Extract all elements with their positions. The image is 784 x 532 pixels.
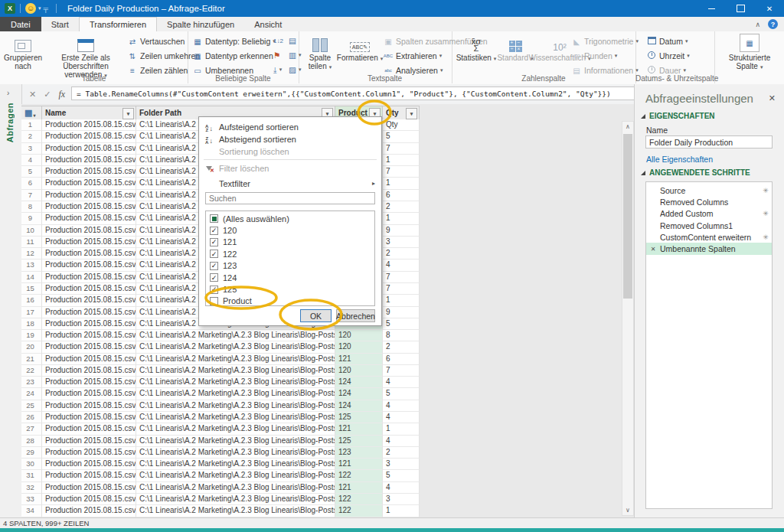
cell-qty[interactable]: 4 [383, 412, 420, 423]
row-number-cell[interactable]: 10 [21, 225, 42, 237]
properties-section-header[interactable]: EIGENSCHAFTEN [641, 112, 715, 120]
cancel-button[interactable]: Abbrechen [336, 309, 375, 322]
cell-qty[interactable]: 8 [383, 330, 420, 341]
cell-qty[interactable]: 1 [383, 178, 420, 189]
cell-name[interactable]: Production 2015.08.15.csv [42, 400, 136, 412]
applied-step-item[interactable]: ✕Removed Columns1 [646, 220, 772, 231]
formatieren-button[interactable]: ABC✎ Formatieren▾ [340, 34, 380, 63]
cell-name[interactable]: Production 2015.08.15.csv [42, 248, 136, 259]
row-number-cell[interactable]: 29 [21, 447, 42, 459]
cell-qty[interactable]: 7 [383, 365, 420, 377]
cell-qty[interactable]: 4 [383, 482, 420, 494]
gruppieren-nach-button[interactable]: Gruppieren nach [2, 34, 44, 70]
mini-tool-button-2[interactable]: ▤ [289, 34, 296, 47]
cell-name[interactable]: Production 2015.08.15.csv [42, 272, 136, 283]
row-number-cell[interactable]: 9 [21, 213, 42, 224]
cell-name[interactable]: Production 2015.08.15.csv [42, 237, 136, 248]
row-number-cell[interactable]: 6 [21, 178, 42, 189]
sort-ascending-item[interactable]: AZ↓ Aufsteigend sortieren [199, 121, 381, 132]
cell-folder-path[interactable]: C:\1 Linearis\A.2 Marketing\A.2.3 Blog L… [136, 354, 335, 365]
cell-name[interactable]: Production 2015.08.15.csv [42, 388, 136, 400]
row-number-cell[interactable]: 7 [21, 190, 42, 201]
cell-product[interactable]: 120 [335, 365, 383, 377]
datentyp-erkennen-button[interactable]: ▦Datentyp erkennen [192, 50, 273, 62]
cell-qty[interactable]: 6 [383, 354, 420, 365]
cell-product[interactable]: 122 [335, 494, 383, 505]
cell-name[interactable]: Production 2015.08.15.csv [42, 459, 136, 470]
cell-product[interactable]: 120 [335, 341, 383, 353]
sort-descending-item[interactable]: ZA↓ Absteigend sortieren [199, 133, 381, 145]
cell-name[interactable]: Production 2015.08.15.csv [42, 354, 136, 365]
checkbox-icon[interactable]: ✓ [210, 262, 218, 270]
cell-name[interactable]: Production 2015.08.15.csv [42, 166, 136, 178]
cell-qty[interactable]: 3 [383, 237, 420, 248]
filter-checkbox-item[interactable]: ✓121 [206, 237, 374, 248]
filter-checkbox-item[interactable]: ✓122 [206, 248, 374, 259]
row-number-cell[interactable]: 12 [21, 248, 42, 259]
cell-qty[interactable]: 6 [383, 190, 420, 201]
name-filter-arrow[interactable]: ▾ [122, 108, 134, 119]
settings-close-icon[interactable]: ✕ [769, 93, 776, 103]
cell-folder-path[interactable]: C:\1 Linearis\A.2 Marketing\A.2.3 Blog L… [136, 436, 335, 447]
cell-qty[interactable]: 3 [383, 459, 420, 470]
row-number-cell[interactable]: 17 [21, 307, 42, 318]
text-filters-item[interactable]: Textfilter ▸ [199, 178, 381, 189]
checkbox-icon[interactable]: ✓ [210, 227, 218, 235]
cell-folder-path[interactable]: C:\1 Linearis\A.2 Marketing\A.2.3 Blog L… [136, 330, 335, 341]
cell-name[interactable]: Production 2015.08.15.csv [42, 436, 136, 447]
cell-qty[interactable]: 9 [383, 225, 420, 237]
applied-step-item[interactable]: ✕Removed Columns [646, 196, 772, 207]
row-number-cell[interactable]: 13 [21, 259, 42, 271]
cell-folder-path[interactable]: C:\1 Linearis\A.2 Marketing\A.2.3 Blog L… [136, 494, 335, 505]
cell-name[interactable]: Production 2015.08.15.csv [42, 341, 136, 353]
cell-qty[interactable]: 2 [383, 341, 420, 353]
cell-name[interactable]: Production 2015.08.15.csv [42, 131, 136, 142]
cell-qty[interactable]: 4 [383, 377, 420, 388]
applied-step-item[interactable]: ✕Umbenannte Spalten [646, 243, 772, 254]
mini-tool-button-3[interactable]: ⚑ [273, 49, 280, 61]
row-number-cell[interactable]: 2 [21, 131, 42, 142]
cell-folder-path[interactable]: C:\1 Linearis\A.2 Marketing\A.2.3 Blog L… [136, 423, 335, 435]
cell-folder-path[interactable]: C:\1 Linearis\A.2 Marketing\A.2.3 Blog L… [136, 400, 335, 412]
filter-checkbox-item[interactable]: ✓124 [206, 272, 374, 283]
row-number-cell[interactable]: 25 [21, 400, 42, 412]
cell-name[interactable]: Production 2015.08.15.csv [42, 365, 136, 377]
cell-folder-path[interactable]: C:\1 Linearis\A.2 Marketing\A.2.3 Blog L… [136, 365, 335, 377]
row-number-cell[interactable]: 27 [21, 423, 42, 435]
minimize-button[interactable] [697, 0, 726, 17]
queries-pane-collapsed[interactable]: › Abfragen [0, 84, 22, 517]
filter-checkbox-item[interactable]: ✓123 [206, 260, 374, 272]
cell-folder-path[interactable]: C:\1 Linearis\A.2 Marketing\A.2.3 Blog L… [136, 470, 335, 481]
row-number-cell[interactable]: 34 [21, 505, 42, 517]
cell-folder-path[interactable]: C:\1 Linearis\A.2 Marketing\A.2.3 Blog L… [136, 505, 335, 517]
tab-start[interactable]: Start [41, 17, 79, 31]
cell-qty[interactable]: 4 [383, 400, 420, 412]
mini-tool-button-1[interactable]: 1↓2 [273, 34, 283, 47]
row-number-cell[interactable]: 1 [21, 119, 42, 131]
filter-checkbox-item[interactable]: ✓120 [206, 224, 374, 236]
quick-access-toolbar-icon[interactable]: ╤ [44, 5, 48, 12]
row-number-cell[interactable]: 28 [21, 436, 42, 447]
strukturierte-spalte-button[interactable]: ▦ Strukturierte Spalte▾ [720, 34, 779, 71]
cell-folder-path[interactable]: C:\1 Linearis\A.2 Marketing\A.2.3 Blog L… [136, 377, 335, 388]
cell-qty[interactable]: 4 [383, 436, 420, 447]
cell-name[interactable]: Production 2015.08.15.csv [42, 307, 136, 318]
cell-product[interactable]: 124 [335, 377, 383, 388]
cell-qty[interactable]: 5 [383, 131, 420, 142]
cell-name[interactable]: Production 2015.08.15.csv [42, 201, 136, 213]
checkbox-icon[interactable]: ✓ [210, 238, 218, 246]
scrollbar-thumb[interactable] [623, 134, 632, 299]
scroll-down-icon[interactable]: ∨ [622, 507, 633, 514]
row-number-cell[interactable]: 26 [21, 412, 42, 423]
checkbox-icon[interactable]: ✓ [210, 250, 218, 258]
cell-name[interactable]: Production 2015.08.15.csv [42, 447, 136, 459]
all-properties-link[interactable]: Alle Eigenschaften [646, 155, 713, 164]
cell-qty[interactable]: 1 [383, 213, 420, 224]
collapse-ribbon-icon[interactable]: ∧ [755, 21, 760, 28]
cell-qty[interactable]: 5 [383, 470, 420, 481]
cell-name[interactable]: Production 2015.08.15.csv [42, 482, 136, 494]
filter-search-input[interactable] [205, 192, 375, 204]
checkbox-icon[interactable]: ✓ [210, 286, 218, 294]
applied-steps-section-header[interactable]: ANGEWENDETE SCHRITTE [641, 168, 750, 177]
cell-name[interactable]: Production 2015.08.15.csv [42, 190, 136, 201]
